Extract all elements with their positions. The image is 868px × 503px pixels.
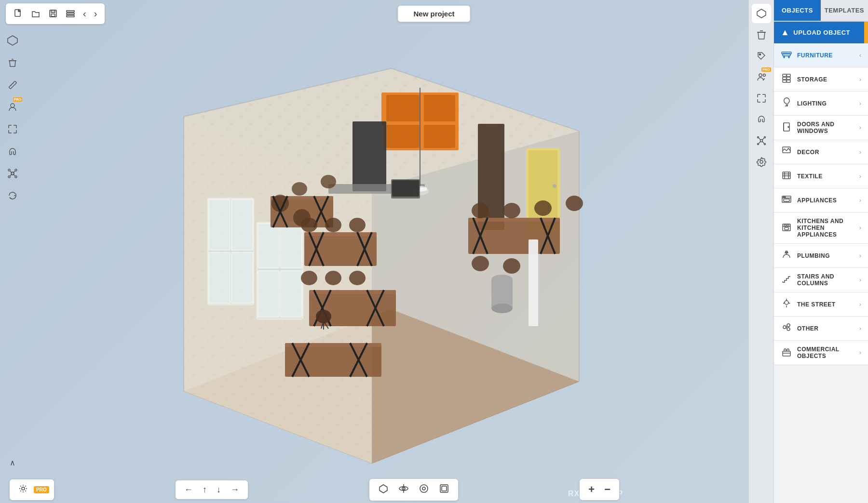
category-decor[interactable]: DECOR › bbox=[774, 140, 868, 164]
category-furniture[interactable]: FURNITURE ‹ bbox=[774, 43, 868, 67]
users-panel-button[interactable]: PRO bbox=[752, 67, 771, 87]
orbit-button[interactable] bbox=[394, 481, 413, 498]
svg-line-141 bbox=[759, 138, 760, 140]
view-settings-button[interactable] bbox=[14, 482, 32, 498]
svg-rect-132 bbox=[442, 486, 447, 491]
user-pro-button[interactable]: PRO bbox=[3, 97, 22, 117]
node-panel-button[interactable] bbox=[752, 131, 771, 150]
expand-button[interactable] bbox=[3, 119, 22, 139]
svg-line-144 bbox=[762, 142, 764, 144]
textile-icon bbox=[781, 170, 792, 183]
nav-down-button[interactable]: ↓ bbox=[213, 483, 225, 497]
upload-pro-badge bbox=[864, 22, 868, 43]
objects-panel-button[interactable] bbox=[752, 4, 771, 23]
doors-windows-icon bbox=[781, 121, 792, 134]
street-icon bbox=[781, 298, 792, 311]
svg-rect-38 bbox=[386, 95, 420, 121]
undo-button[interactable]: ‹ bbox=[80, 6, 89, 21]
svg-rect-77 bbox=[304, 232, 377, 266]
decor-icon bbox=[781, 146, 792, 159]
street-chevron: › bbox=[859, 301, 861, 308]
objects-tab[interactable]: OBJECTS bbox=[774, 0, 821, 21]
doors-windows-label: DOORS AND WINDOWS bbox=[797, 121, 854, 134]
ruler-button[interactable] bbox=[3, 75, 22, 94]
svg-rect-63 bbox=[231, 252, 253, 303]
category-commercial[interactable]: COMMERCIAL OBJECTS › bbox=[774, 341, 868, 365]
svg-point-154 bbox=[786, 78, 787, 79]
svg-point-87 bbox=[325, 271, 341, 285]
svg-point-113 bbox=[316, 310, 331, 323]
save-button[interactable] bbox=[45, 7, 61, 20]
3d-view-button[interactable] bbox=[3, 31, 22, 50]
zoom-in-button[interactable]: + bbox=[584, 481, 598, 498]
project-title-button[interactable]: New project bbox=[397, 5, 470, 22]
node-button[interactable] bbox=[3, 164, 22, 183]
svg-rect-43 bbox=[355, 125, 368, 154]
perspective-button[interactable] bbox=[374, 481, 393, 498]
category-lighting[interactable]: LIGHTING › bbox=[774, 92, 868, 116]
trash-panel-button[interactable] bbox=[752, 25, 771, 44]
nav-up-button[interactable]: ↑ bbox=[199, 483, 211, 497]
upload-object-button[interactable]: ▲ UPLOAD OBJECT bbox=[774, 22, 868, 43]
plumbing-icon bbox=[781, 249, 792, 262]
appliances-label: APPLIANCES bbox=[797, 197, 854, 204]
settings-group: PRO bbox=[10, 479, 54, 500]
category-stairs[interactable]: STAIRS AND COLUMNS › bbox=[774, 268, 868, 292]
category-kitchens[interactable]: KITCHENS AND KITCHEN APPLIANCES › bbox=[774, 212, 868, 244]
svg-point-109 bbox=[534, 200, 552, 216]
category-plumbing[interactable]: PLUMBING › bbox=[774, 244, 868, 268]
magnet-panel-button[interactable] bbox=[752, 110, 771, 129]
canvas-area[interactable]: PRO bbox=[0, 0, 748, 503]
svg-rect-78 bbox=[304, 232, 377, 236]
magnet-button[interactable] bbox=[3, 142, 22, 161]
category-textile[interactable]: TEXTILE › bbox=[774, 164, 868, 188]
svg-rect-40 bbox=[386, 125, 420, 148]
svg-point-133 bbox=[759, 54, 760, 55]
pro-view-button[interactable]: PRO bbox=[34, 486, 49, 493]
rotate-button[interactable] bbox=[3, 186, 22, 205]
svg-line-143 bbox=[759, 142, 760, 144]
svg-point-86 bbox=[301, 271, 317, 285]
svg-point-11 bbox=[11, 104, 14, 107]
left-toolbar: PRO bbox=[0, 27, 25, 476]
category-appliances[interactable]: APPLIANCES › bbox=[774, 188, 868, 212]
collapse-left-toolbar-button[interactable]: ∧ bbox=[3, 453, 22, 472]
navigation-group: ← ↑ ↓ → bbox=[176, 480, 248, 499]
textile-label: TEXTILE bbox=[797, 173, 854, 180]
svg-rect-66 bbox=[281, 224, 302, 268]
svg-rect-95 bbox=[285, 343, 381, 377]
redo-button[interactable]: › bbox=[91, 6, 100, 21]
resize-panel-button[interactable] bbox=[752, 89, 771, 108]
svg-point-136 bbox=[760, 140, 762, 142]
category-other[interactable]: OTHER › bbox=[774, 317, 868, 341]
erase-view-button[interactable] bbox=[415, 481, 433, 498]
fullscreen-button[interactable] bbox=[435, 481, 453, 498]
svg-rect-102 bbox=[468, 218, 560, 222]
settings-file-button[interactable] bbox=[63, 7, 78, 20]
decor-label: DECOR bbox=[797, 149, 854, 156]
new-file-button[interactable] bbox=[11, 7, 26, 20]
stairs-label: STAIRS AND COLUMNS bbox=[797, 273, 854, 287]
svg-point-13 bbox=[8, 169, 10, 171]
delete-button[interactable] bbox=[3, 53, 22, 72]
nav-right-button[interactable]: → bbox=[227, 483, 243, 497]
svg-point-108 bbox=[503, 203, 520, 218]
open-file-button[interactable] bbox=[28, 7, 43, 20]
nav-left-button[interactable]: ← bbox=[180, 483, 197, 497]
svg-point-110 bbox=[566, 196, 583, 211]
category-doors-windows[interactable]: DOORS AND WINDOWS › bbox=[774, 116, 868, 140]
category-the-street[interactable]: THE STREET › bbox=[774, 292, 868, 317]
svg-rect-52 bbox=[482, 129, 501, 148]
templates-tab[interactable]: TEMPLATES bbox=[821, 0, 868, 21]
label-panel-button[interactable] bbox=[752, 46, 771, 66]
svg-point-125 bbox=[22, 487, 25, 490]
zoom-out-button[interactable]: − bbox=[600, 481, 614, 498]
svg-point-140 bbox=[764, 144, 765, 145]
svg-point-129 bbox=[420, 485, 428, 492]
category-storage[interactable]: STORAGE › bbox=[774, 67, 868, 92]
svg-rect-58 bbox=[553, 184, 556, 188]
settings-panel-button[interactable] bbox=[752, 152, 771, 172]
svg-point-159 bbox=[788, 126, 789, 127]
street-label: THE STREET bbox=[797, 301, 854, 308]
svg-point-16 bbox=[15, 176, 17, 178]
